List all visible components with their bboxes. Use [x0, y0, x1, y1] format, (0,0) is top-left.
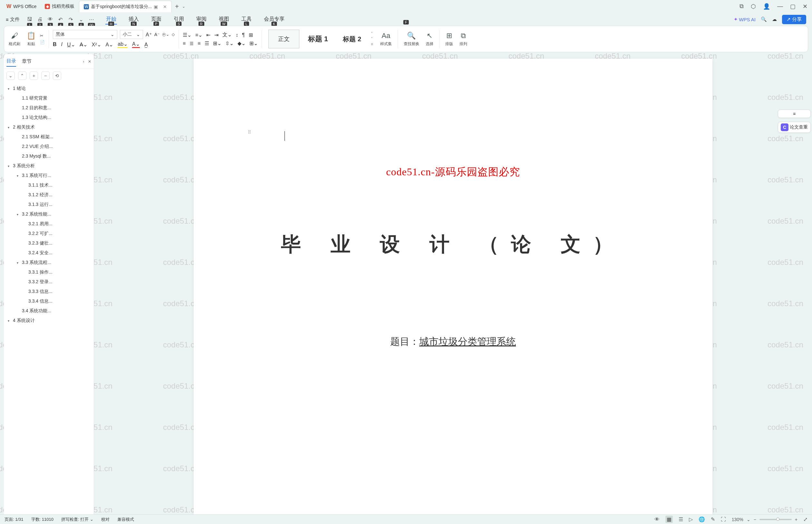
disclosure-triangle-icon[interactable]: ▾: [8, 164, 12, 168]
bold-icon[interactable]: B: [53, 42, 57, 47]
format-painter-button[interactable]: 🖌 格式刷: [7, 30, 22, 48]
add-item-icon[interactable]: +: [30, 71, 38, 80]
tab-page[interactable]: 页面P: [150, 15, 162, 24]
tab-references[interactable]: 引用S: [173, 15, 185, 24]
pen-icon[interactable]: ✎: [711, 516, 715, 522]
avatar-icon[interactable]: 👤: [763, 3, 770, 10]
align-distribute-icon[interactable]: ⊞⌄: [213, 40, 221, 46]
tab-templates[interactable]: ◆ 找稻壳模板: [40, 1, 79, 12]
sort-icon[interactable]: ↕: [235, 32, 238, 38]
status-compat[interactable]: 兼容模式: [117, 517, 134, 522]
outline-item[interactable]: 3.2.1 易用...: [5, 219, 94, 229]
outline-item[interactable]: 3.1.3 运行...: [5, 200, 94, 210]
outline-item[interactable]: ▾3 系统分析: [5, 161, 94, 171]
search-icon[interactable]: 🔍: [761, 16, 767, 22]
expand-all-icon[interactable]: ⌃: [18, 71, 27, 80]
web-layout-icon[interactable]: ▷: [689, 516, 693, 522]
text-direction-icon[interactable]: 文⌄: [222, 32, 232, 38]
outline-item[interactable]: 3.2.3 健壮...: [5, 239, 94, 248]
box-icon[interactable]: ⬡: [751, 3, 756, 10]
fit-page-icon[interactable]: ⛶: [721, 517, 726, 522]
outline-item[interactable]: 1.3 论文结构...: [5, 113, 94, 122]
grow-font-icon[interactable]: A⁺: [146, 32, 152, 38]
char-shading-icon[interactable]: A̲: [144, 42, 148, 48]
share-button[interactable]: ↗ 分享: [782, 15, 806, 24]
side-expand-icon[interactable]: ›: [83, 59, 84, 64]
superscript-icon[interactable]: X²⌄: [92, 42, 101, 48]
outline-item[interactable]: ▾3.1 系统可行...: [5, 171, 94, 180]
tab-tools[interactable]: 工具L: [241, 15, 252, 24]
underline-icon[interactable]: U⌄: [67, 42, 75, 48]
highlight-icon[interactable]: ab⌄: [118, 41, 128, 48]
remove-item-icon[interactable]: −: [41, 71, 50, 80]
disclosure-triangle-icon[interactable]: ▾: [17, 261, 21, 265]
disclosure-triangle-icon[interactable]: ▾: [8, 319, 12, 323]
borders-icon[interactable]: ⊞⌄: [249, 40, 258, 46]
paragraph-mark-icon[interactable]: ¶: [242, 32, 245, 38]
paper-check-button[interactable]: C 论文查重: [778, 122, 811, 133]
copy-icon[interactable]: 📄: [40, 40, 45, 45]
font-combo[interactable]: 黑体⌄: [53, 30, 117, 39]
zoom-in-icon[interactable]: +: [795, 517, 797, 522]
zoom-value[interactable]: 130%: [732, 517, 743, 522]
paste-button[interactable]: 📋 粘贴: [25, 30, 37, 48]
close-window-icon[interactable]: ✕: [803, 3, 808, 10]
side-tab-toc[interactable]: 目录: [6, 56, 16, 67]
outline-item[interactable]: 3.3.4 信息...: [5, 296, 94, 306]
style-heading2[interactable]: 标题 2: [337, 30, 368, 48]
style-normal[interactable]: 正文: [268, 30, 299, 48]
outline-item[interactable]: 1.1 研究背景: [5, 94, 94, 103]
document-viewport[interactable]: ⠿ code51.cn-源码乐园盗图必究 毕 业 设 计 （论 文） 题目：城市…: [94, 52, 812, 514]
status-spell[interactable]: 拼写检查: 打开 ⌄: [61, 517, 94, 522]
status-page[interactable]: 页面: 1/31: [4, 517, 23, 522]
outline-item[interactable]: 3.2.2 可扩...: [5, 229, 94, 239]
styleset-button[interactable]: Аа 样式集: [378, 30, 394, 48]
disclosure-triangle-icon[interactable]: ▾: [8, 126, 12, 129]
outline-item[interactable]: ▾3.3 系统流程...: [5, 258, 94, 267]
align-left-icon[interactable]: ≡: [183, 40, 186, 46]
more-quick-icon[interactable]: ⋯00: [88, 16, 95, 23]
style-down-icon[interactable]: ˅: [371, 37, 373, 41]
outline-item[interactable]: 3.2.4 安全...: [5, 248, 94, 258]
outline-item[interactable]: 3.1.1 技术...: [5, 180, 94, 190]
align-justify-icon[interactable]: ☰: [204, 40, 209, 46]
cut-icon[interactable]: ✂: [40, 33, 45, 38]
tab-insert[interactable]: 插入N: [128, 15, 139, 24]
new-tab-button[interactable]: +: [172, 3, 182, 10]
layout-button[interactable]: ⊞ 排版: [443, 30, 455, 48]
find-replace-button[interactable]: 🔍 查找替换: [402, 30, 421, 48]
disclosure-triangle-icon[interactable]: ▾: [17, 174, 21, 178]
status-proof[interactable]: 校对: [101, 517, 110, 522]
outline-item[interactable]: 2.2 VUE 介绍...: [5, 142, 94, 151]
disclosure-triangle-icon[interactable]: ▾: [17, 213, 21, 216]
text-effect-icon[interactable]: A⌄: [106, 42, 113, 48]
italic-icon[interactable]: I: [61, 42, 63, 47]
minimize-icon[interactable]: —: [777, 3, 783, 10]
align-right-icon[interactable]: ≡: [198, 40, 200, 46]
outline-item[interactable]: ▾4 系统设计: [5, 316, 94, 326]
maximize-icon[interactable]: ▢: [790, 3, 796, 10]
fullscreen-icon[interactable]: ⤢: [803, 516, 808, 522]
cloud-icon[interactable]: ☁: [772, 16, 777, 22]
outline-item[interactable]: 3.3.2 登录...: [5, 277, 94, 287]
outline-item[interactable]: 1.2 目的和意...: [5, 103, 94, 113]
zoom-slider[interactable]: [760, 519, 792, 520]
phonetic-icon[interactable]: ㊥⌄: [162, 32, 169, 37]
file-menu[interactable]: ≡ 文件 F: [3, 16, 22, 22]
print-layout-icon[interactable]: ▦: [665, 515, 673, 523]
outline-chip[interactable]: ≡: [778, 110, 811, 118]
shrink-font-icon[interactable]: A⁻: [154, 32, 160, 37]
collapse-all-icon[interactable]: ⌄: [6, 71, 15, 80]
select-button[interactable]: ↖ 选择: [424, 30, 435, 48]
tab-menu-dropdown[interactable]: ⌄: [182, 4, 185, 9]
print-preview-icon[interactable]: 👁3: [47, 16, 54, 23]
tabs-icon[interactable]: ⊞: [249, 32, 253, 38]
multiwindow-icon[interactable]: ⧉: [740, 3, 744, 10]
tab-review[interactable]: 审阅R: [196, 15, 207, 24]
side-tab-chapter[interactable]: 章节: [22, 56, 32, 66]
tab-view[interactable]: 视图W: [218, 15, 230, 24]
outline-item[interactable]: ▾3.2 系统性能...: [5, 210, 94, 219]
sync-icon[interactable]: ⟲: [53, 71, 61, 80]
globe-icon[interactable]: 🌐: [699, 516, 705, 522]
style-heading1[interactable]: 标题 1: [302, 30, 333, 48]
